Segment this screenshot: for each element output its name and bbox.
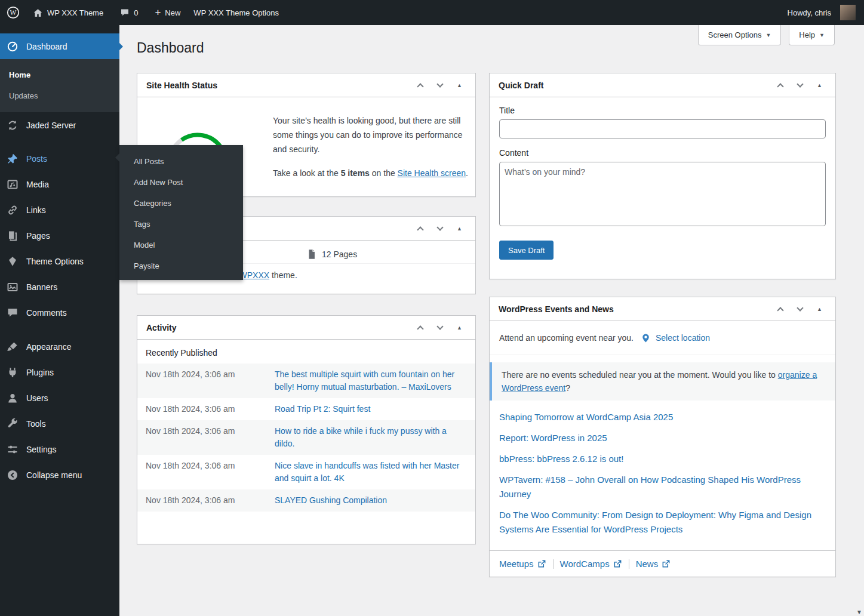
notice-text: There are no events scheduled near you a… bbox=[502, 370, 778, 380]
screen-options-button[interactable]: Screen Options ▼ bbox=[698, 25, 782, 45]
collapse-toggle-button[interactable]: ▲ bbox=[450, 75, 469, 96]
flyout-item-paysite[interactable]: Paysite bbox=[119, 255, 243, 276]
collapse-toggle-button[interactable]: ▲ bbox=[810, 75, 829, 96]
dashboard-icon bbox=[6, 41, 19, 53]
sidebar-item-tools[interactable]: Tools bbox=[0, 411, 119, 436]
version-suffix: theme. bbox=[269, 270, 297, 280]
news-link[interactable]: Report: WordPress in 2025 bbox=[499, 433, 607, 443]
collapse-arrow-icon bbox=[6, 469, 19, 481]
collapse-toggle-button[interactable]: ▲ bbox=[450, 218, 469, 239]
select-location-link[interactable]: Select location bbox=[656, 333, 710, 343]
wp-logo-menu[interactable]: W bbox=[0, 0, 26, 25]
move-up-button[interactable] bbox=[410, 317, 430, 338]
site-health-header: Site Health Status ▲ bbox=[137, 73, 475, 97]
chevron-up-icon bbox=[417, 226, 423, 233]
sidebar-item-users[interactable]: Users bbox=[0, 385, 119, 411]
wordcamps-label: WordCamps bbox=[560, 559, 610, 569]
post-title-link[interactable]: How to ride a bike while i fuck my pussy… bbox=[275, 425, 468, 450]
sidebar-item-dashboard[interactable]: Dashboard bbox=[0, 33, 119, 59]
quick-draft-content-textarea[interactable] bbox=[499, 162, 826, 226]
flyout-item-all-posts[interactable]: All Posts bbox=[119, 151, 243, 172]
news-link[interactable]: WPTavern: #158 – John Overall on How Pod… bbox=[499, 475, 801, 499]
move-down-button[interactable] bbox=[790, 75, 810, 96]
widget-controls: ▲ bbox=[770, 75, 829, 96]
wrench-icon bbox=[6, 418, 19, 430]
sidebar-label-dashboard: Dashboard bbox=[26, 42, 67, 51]
move-down-button[interactable] bbox=[430, 75, 450, 96]
widget-title: Site Health Status bbox=[146, 81, 410, 90]
sidebar-item-banners[interactable]: Banners bbox=[0, 274, 119, 300]
screen-options-label: Screen Options bbox=[708, 30, 762, 39]
glance-item-pages[interactable]: 12 Pages bbox=[306, 249, 468, 260]
site-health-screen-link[interactable]: Site Health screen bbox=[398, 168, 466, 178]
move-down-button[interactable] bbox=[430, 317, 450, 338]
image-icon bbox=[6, 281, 19, 293]
collapse-toggle-button[interactable]: ▲ bbox=[450, 317, 469, 338]
theme-options-menu-item[interactable]: WP XXX Theme Options bbox=[187, 0, 285, 25]
flyout-item-categories[interactable]: Categories bbox=[119, 193, 243, 214]
theme-link[interactable]: WPXXX bbox=[239, 270, 270, 280]
sidebar-label-jaded-server: Jaded Server bbox=[26, 121, 76, 130]
sidebar-item-theme-options[interactable]: Theme Options bbox=[0, 248, 119, 274]
sidebar-item-plugins[interactable]: Plugins bbox=[0, 359, 119, 385]
my-account-menu[interactable]: Howdy, chris bbox=[781, 5, 856, 20]
sidebar-item-settings[interactable]: Settings bbox=[0, 436, 119, 462]
new-content-menu[interactable]: + New bbox=[148, 0, 187, 25]
sidebar-item-appearance[interactable]: Appearance bbox=[0, 334, 119, 359]
help-button[interactable]: Help ▼ bbox=[789, 25, 835, 45]
quick-draft-widget: Quick Draft ▲ Title Content Save Draft bbox=[489, 73, 836, 279]
sidebar-item-posts[interactable]: Posts bbox=[0, 146, 119, 171]
sidebar-label-appearance: Appearance bbox=[26, 342, 72, 352]
sidebar-item-jaded-server[interactable]: Jaded Server bbox=[0, 112, 119, 138]
site-name-menu[interactable]: WP XXX Theme bbox=[26, 0, 110, 25]
sidebar-item-pages[interactable]: Pages bbox=[0, 223, 119, 248]
flyout-item-add-new-post[interactable]: Add New Post bbox=[119, 172, 243, 193]
meetups-link[interactable]: Meetups bbox=[499, 559, 546, 569]
save-draft-button[interactable]: Save Draft bbox=[499, 241, 554, 260]
move-down-button[interactable] bbox=[430, 218, 450, 239]
recently-published-heading: Recently Published bbox=[137, 340, 475, 364]
howdy-label: Howdy, chris bbox=[788, 8, 831, 17]
sidebar-label-posts: Posts bbox=[26, 154, 47, 164]
flyout-item-model[interactable]: Model bbox=[119, 235, 243, 255]
sidebar-label-tools: Tools bbox=[26, 419, 46, 429]
move-up-button[interactable] bbox=[770, 298, 790, 320]
site-health-paragraph: Your site’s health is looking good, but … bbox=[273, 113, 470, 156]
collapse-menu-button[interactable]: Collapse menu bbox=[0, 462, 119, 488]
sidebar-item-media[interactable]: Media bbox=[0, 171, 119, 197]
title-label: Title bbox=[499, 106, 826, 115]
news-footer-link[interactable]: News bbox=[636, 559, 671, 569]
post-title-link[interactable]: Road Trip Pt 2: Squirt fest bbox=[275, 403, 468, 415]
move-up-button[interactable] bbox=[410, 75, 430, 96]
news-item: Do The Woo Community: From Design to Dep… bbox=[499, 508, 826, 537]
move-up-button[interactable] bbox=[410, 218, 430, 239]
sidebar-item-comments[interactable]: Comments bbox=[0, 300, 119, 325]
news-link[interactable]: Do The Woo Community: From Design to Dep… bbox=[499, 510, 811, 534]
comments-menu[interactable]: 0 bbox=[113, 0, 144, 25]
scrollbar-down-arrow[interactable]: ▼ bbox=[856, 609, 862, 615]
admin-bar: W WP XXX Theme 0 + New WP XXX Theme Opti… bbox=[0, 0, 864, 25]
move-up-button[interactable] bbox=[770, 75, 790, 96]
activity-header: Activity ▲ bbox=[137, 316, 475, 340]
events-notice: There are no events scheduled near you a… bbox=[490, 362, 835, 401]
news-link[interactable]: Shaping Tomorrow at WordCamp Asia 2025 bbox=[499, 412, 673, 422]
sidebar-item-links[interactable]: Links bbox=[0, 197, 119, 223]
activity-row: Nov 18th 2024, 3:06 am Road Trip Pt 2: S… bbox=[137, 398, 475, 420]
collapse-toggle-button[interactable]: ▲ bbox=[810, 298, 829, 320]
wordpress-logo-icon: W bbox=[7, 6, 20, 19]
widget-controls: ▲ bbox=[410, 218, 469, 239]
widget-title: Activity bbox=[146, 323, 410, 332]
wordcamps-link[interactable]: WordCamps bbox=[560, 559, 622, 569]
post-title-link[interactable]: The best multiple squirt with cum founta… bbox=[275, 368, 468, 393]
help-label: Help bbox=[799, 30, 815, 39]
quick-draft-title-input[interactable] bbox=[499, 119, 826, 138]
submenu-item-home[interactable]: Home bbox=[0, 64, 119, 85]
submenu-item-updates[interactable]: Updates bbox=[0, 85, 119, 106]
move-down-button[interactable] bbox=[790, 298, 810, 320]
sync-icon bbox=[6, 119, 19, 131]
flyout-item-tags[interactable]: Tags bbox=[119, 214, 243, 235]
widget-controls: ▲ bbox=[410, 317, 469, 338]
news-link[interactable]: bbPress: bbPress 2.6.12 is out! bbox=[499, 454, 623, 464]
post-title-link[interactable]: SLAYED Gushing Compilation bbox=[275, 494, 468, 507]
post-title-link[interactable]: Nice slave in handcuffs was fisted with … bbox=[275, 460, 468, 485]
